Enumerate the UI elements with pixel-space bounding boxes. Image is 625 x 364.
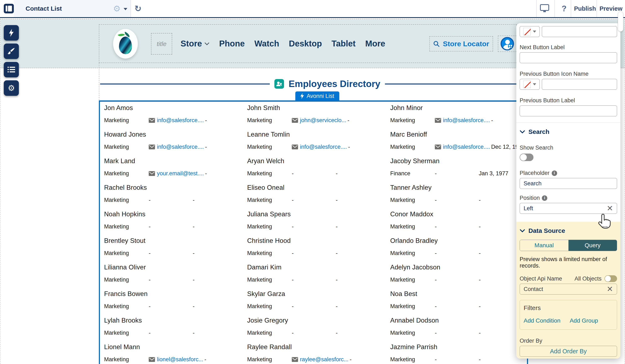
next-button-label-input[interactable] [520,52,617,63]
contact-card: Jon AmosMarketinginfo@salesforce....- [104,104,247,131]
page-settings-gear-icon[interactable]: ⚙ [113,0,121,17]
contact-name: Lylah Brooks [104,317,247,324]
previous-button-icon-picker[interactable] [520,79,540,90]
contact-email-link[interactable]: info@salesforce.... [292,144,347,150]
next-button-icon-picker[interactable] [520,26,540,37]
contact-department: Marketing [390,356,435,363]
contact-card: Noa BestMarketing-- [390,290,529,317]
contact-fields: Marketing-- [390,330,529,336]
contact-fields: Marketingyour.email@test....- [104,170,247,177]
contact-card: Lionel MannMarketinglionel@salesforc...- [104,343,247,364]
add-condition-link[interactable]: Add Condition [524,317,561,324]
contact-fields: Marketinginfo@salesforce....- [390,117,529,124]
contact-email-link[interactable]: lionel@salesforc... [149,356,203,363]
contact-email-empty: - [149,224,193,230]
divider [596,0,597,17]
contact-name: Annabel Dodson [390,317,529,324]
divider [516,123,620,123]
contact-email-empty: - [149,303,193,309]
contact-name: Lionel Mann [104,343,247,351]
contact-email-link[interactable]: info@salesforce.... [435,144,490,150]
contact-card: Josie GregoryMarketing-- [247,317,390,343]
show-search-toggle[interactable] [520,154,533,161]
nav-item-tablet[interactable]: Tablet [332,39,356,48]
contact-email-link[interactable]: your.email@test.... [149,170,204,177]
position-label: Position i [520,195,617,201]
content-button[interactable] [4,62,19,77]
contact-birthdate: - [193,224,195,230]
contact-fields: Marketing-- [390,303,529,309]
clear-icon[interactable]: ✕ [607,205,613,212]
placeholder-input[interactable]: Search [520,178,617,189]
info-icon[interactable]: i [542,196,547,201]
email-icon [149,144,155,149]
add-group-link[interactable]: Add Group [570,317,598,324]
nav-title-placeholder[interactable]: title [151,33,172,55]
contact-fields: Finance-Jan 3, 1977 [390,170,529,177]
next-button-label-label: Next Button Label [520,44,617,51]
contact-email-link[interactable]: info@salesforce.... [149,117,204,124]
contact-department: Marketing [104,224,149,230]
position-input[interactable]: Left ✕ [520,203,617,214]
help-button[interactable]: ? [558,0,570,17]
user-profile-component[interactable] [498,36,517,52]
page-settings-caret-icon[interactable] [124,8,127,10]
previous-button-label-label: Previous Button Label [520,97,617,104]
contact-fields: Marketing-- [104,224,247,230]
nav-item-more[interactable]: More [365,39,385,48]
avonni-list-component[interactable]: Jon AmosMarketinginfo@salesforce....-Joh… [99,100,528,364]
contact-department: Marketing [247,250,292,256]
next-button-icon-input[interactable] [542,26,617,37]
add-order-by-button[interactable]: Add Order By [520,346,617,357]
contact-fields: Marketing-- [247,277,390,283]
store-locator[interactable]: Store Locator [429,36,493,52]
header-nav-component[interactable]: title Store Phone Watch Desktop Tablet M… [99,24,517,63]
email-icon [149,171,155,176]
nav-item-store[interactable]: Store [181,39,210,48]
contact-department: Marketing [247,170,292,177]
contact-fields: Marketing-- [247,330,390,336]
contact-department: Marketing [104,250,149,256]
component-badge[interactable]: Avonni List [295,91,339,101]
contact-email-link[interactable]: raylee@salesforc... [292,356,348,363]
contact-name: Lilianna Oliver [104,264,247,271]
brand-logo [113,29,138,58]
info-icon[interactable]: i [552,170,557,176]
contact-birthdate: - [348,144,350,150]
contact-birthdate: - [193,277,195,283]
builder-menu-button[interactable] [4,4,14,13]
scrollbar-thumb[interactable] [618,11,623,31]
refresh-icon[interactable]: ↻ [134,0,142,17]
all-objects-toggle[interactable] [604,275,617,282]
page-title[interactable]: Contact List [26,0,62,17]
query-tab[interactable]: Query [568,240,617,251]
contact-email-link[interactable]: john@serviceclo... [292,117,346,124]
nav-item-desktop[interactable]: Desktop [289,39,322,48]
contact-fields: Marketing-- [247,303,390,309]
device-preview-icon[interactable] [540,4,549,14]
caret-down-icon [533,83,536,85]
object-api-name-input[interactable]: Contact ✕ [520,284,617,295]
contact-fields: Marketing-- [247,224,390,230]
previous-button-icon-input[interactable] [542,79,617,90]
contact-fields: Marketing-- [390,250,529,256]
publish-button[interactable]: Publish [574,0,596,17]
contact-email-link[interactable]: info@salesforce.... [149,144,204,150]
contact-fields: Marketing-- [247,197,390,203]
contact-email-empty: - [149,197,193,203]
search-section-header[interactable]: Search [520,128,617,135]
contact-name: Eliseo Oneal [247,184,390,191]
previous-button-label-input[interactable] [520,106,617,116]
clear-icon[interactable]: ✕ [607,285,613,293]
manual-tab[interactable]: Manual [520,240,568,251]
nav-item-phone[interactable]: Phone [219,39,245,48]
contact-email-link[interactable]: info@salesforce.... [435,117,490,124]
components-button[interactable] [4,25,19,41]
settings-button[interactable]: ⚙ [4,80,19,96]
contact-card: Eliseo OnealMarketing-- [247,184,390,210]
contact-birthdate: - [336,330,338,336]
filters-box: Filters Add Condition Add Group [520,300,617,330]
nav-item-watch[interactable]: Watch [254,39,279,48]
theme-button[interactable] [4,44,19,59]
show-search-label: Show Search [520,144,617,151]
